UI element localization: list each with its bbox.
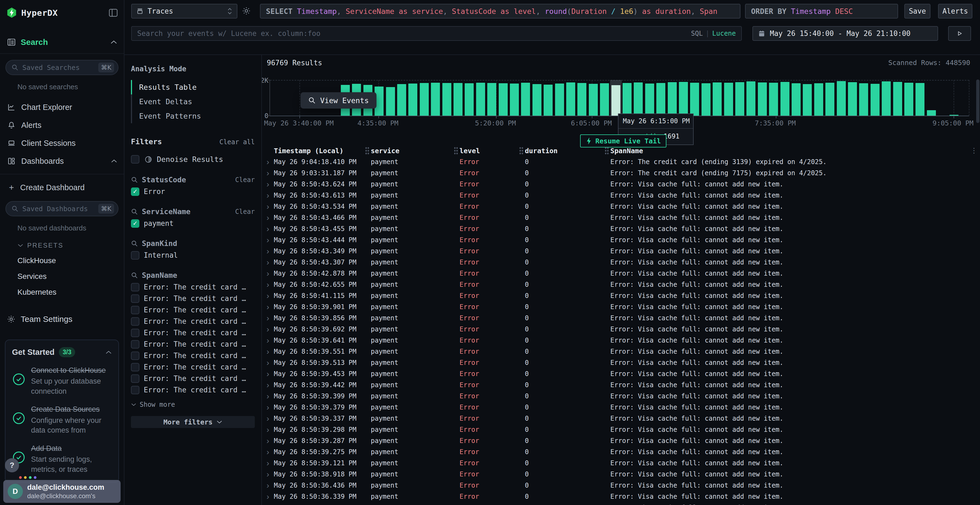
histogram-bar[interactable] [566,83,575,116]
histogram-bar[interactable] [510,84,519,116]
checkbox[interactable] [131,317,139,326]
row-expand-chevron[interactable]: › [267,459,269,468]
row-expand-chevron[interactable]: › [267,258,269,267]
row-expand-chevron[interactable]: › [267,369,269,378]
table-row[interactable]: ›May 26 8:50:39.856 PMpaymentError0Error… [262,312,980,324]
histogram-bar[interactable] [578,83,586,116]
table-row[interactable]: ›May 26 8:50:39.379 PMpaymentError0Error… [262,402,980,413]
table-row[interactable]: ›May 26 8:50:38.918 PMpaymentError0Error… [262,468,980,480]
histogram-bar[interactable] [476,83,485,116]
get-started-step[interactable]: Connect to ClickHouse Set up your databa… [12,365,112,396]
histogram-bar[interactable] [465,83,474,116]
histogram-bar[interactable] [555,84,564,116]
histogram-bar[interactable] [780,82,789,116]
table-row[interactable]: ›May 26 9:03:31.187 PMpaymentError0Error… [262,167,980,178]
histogram-bar[interactable] [600,83,609,116]
row-expand-chevron[interactable]: › [267,414,269,423]
histogram-bar[interactable] [544,85,553,116]
time-range-picker[interactable]: May 26 15:40:00 - May 26 21:10:00 [752,26,938,41]
resume-live-tail-button[interactable]: Resume Live Tail [580,134,667,148]
source-select[interactable]: Traces [131,4,237,19]
table-row[interactable]: ›May 26 8:50:42.878 PMpaymentError0Error… [262,268,980,279]
table-row[interactable]: ›May 26 8:50:42.655 PMpaymentError0Error… [262,279,980,290]
table-row[interactable]: ›May 26 9:04:18.410 PMpaymentError0Error… [262,156,980,167]
row-expand-chevron[interactable]: › [267,179,269,189]
row-expand-chevron[interactable]: › [267,470,269,479]
histogram-bar[interactable] [645,84,654,116]
checkbox[interactable]: ✓ [131,187,139,196]
row-expand-chevron[interactable]: › [267,302,269,311]
histogram-bar[interactable] [442,83,451,116]
row-expand-chevron[interactable]: › [267,492,269,501]
table-row[interactable]: ›May 26 8:50:39.399 PMpaymentError0Error… [262,391,980,402]
table-row[interactable]: ›May 26 8:50:39.901 PMpaymentError0Error… [262,301,980,312]
histogram-bar[interactable] [533,84,541,116]
histogram-bar[interactable] [679,82,688,116]
checkbox[interactable] [131,155,139,164]
row-expand-chevron[interactable]: › [267,392,269,401]
histogram-bar[interactable] [837,81,846,116]
table-row[interactable]: ›May 26 8:50:43.349 PMpaymentError0Error… [262,245,980,257]
histogram-bar[interactable] [521,83,530,116]
analysis-mode-event-deltas[interactable]: Event Deltas [131,94,255,109]
table-row[interactable]: ›May 26 8:50:39.275 PMpaymentError0Error… [262,446,980,457]
row-expand-chevron[interactable]: › [267,481,269,490]
order-by-input[interactable]: ORDER BY Timestamp DESC [745,4,898,19]
table-row[interactable]: ›May 26 8:50:39.641 PMpaymentError0Error… [262,335,980,346]
source-settings-gear-icon[interactable] [242,6,251,16]
checkbox[interactable] [131,283,139,291]
table-row[interactable]: ›May 26 8:50:39.692 PMpaymentError0Error… [262,324,980,335]
filter-option[interactable]: Error: The credit card … [131,295,255,302]
col-level[interactable]: level [460,147,518,155]
checkbox[interactable] [131,306,139,314]
denoise-results-checkbox-row[interactable]: Denoise Results [131,155,255,164]
row-expand-chevron[interactable]: › [267,213,269,222]
filter-option[interactable]: ✓Error [131,188,255,195]
analysis-mode-results-table[interactable]: Results Table [131,80,255,94]
table-row[interactable]: ›May 26 8:50:39.337 PMpaymentError0Error… [262,413,980,424]
row-expand-chevron[interactable]: › [267,403,269,412]
get-started-step[interactable]: Create Data Sources Configure where your… [12,404,112,435]
table-row[interactable]: ›May 26 8:50:39.551 PMpaymentError0Error… [262,346,980,357]
show-more-button[interactable]: Show more [131,401,255,408]
preset-clickhouse[interactable]: ClickHouse [0,256,124,265]
saved-searches-input[interactable]: Saved Searches ⌘K [5,60,118,75]
row-expand-chevron[interactable]: › [267,246,269,256]
histogram-bar[interactable] [769,83,778,116]
filter-option[interactable]: Internal [131,251,255,259]
histogram-bar[interactable] [724,83,733,116]
preset-services[interactable]: Services [0,272,124,281]
table-options-kebab-icon[interactable]: ⋮ [970,149,978,153]
histogram-bar[interactable] [803,84,812,116]
clear-all-filters-button[interactable]: Clear all [220,138,255,146]
lucene-search-input[interactable]: Search your events w/ Lucene ex. column:… [131,26,742,41]
row-expand-chevron[interactable]: › [267,291,269,300]
row-expand-chevron[interactable]: › [267,325,269,334]
histogram-bar[interactable] [859,83,868,116]
mode-sql-toggle[interactable]: SQL [691,30,703,37]
col-spanname[interactable]: SpanName [610,147,968,155]
histogram-bar[interactable] [408,84,417,116]
row-expand-chevron[interactable]: › [267,191,269,200]
histogram-bar[interactable] [814,83,823,116]
row-expand-chevron[interactable]: › [267,269,269,278]
sidebar-item-chart-explorer[interactable]: Chart Explorer [0,98,124,116]
filter-option[interactable]: Error: The credit card … [131,283,255,291]
histogram-bar[interactable] [420,83,429,116]
histogram-bar[interactable] [702,83,711,116]
col-duration[interactable]: duration [525,147,603,155]
row-expand-chevron[interactable]: › [267,503,269,505]
filter-option[interactable]: Error: The credit card … [131,340,255,348]
checkbox[interactable] [131,340,139,349]
checkbox[interactable] [131,363,139,372]
row-expand-chevron[interactable]: › [267,280,269,289]
histogram-bar[interactable] [713,83,722,116]
checkbox[interactable] [131,351,139,360]
analysis-mode-event-patterns[interactable]: Event Patterns [131,109,255,123]
col-timestamp[interactable]: Timestamp (Local) [274,147,364,155]
mode-lucene-toggle[interactable]: Lucene [712,30,736,37]
col-service[interactable]: service [371,147,452,155]
filter-option[interactable]: Error: The credit card … [131,329,255,337]
sql-select-input[interactable]: SELECT Timestamp, ServiceName as service… [260,4,740,19]
filter-option[interactable]: Error: The credit card … [131,306,255,314]
